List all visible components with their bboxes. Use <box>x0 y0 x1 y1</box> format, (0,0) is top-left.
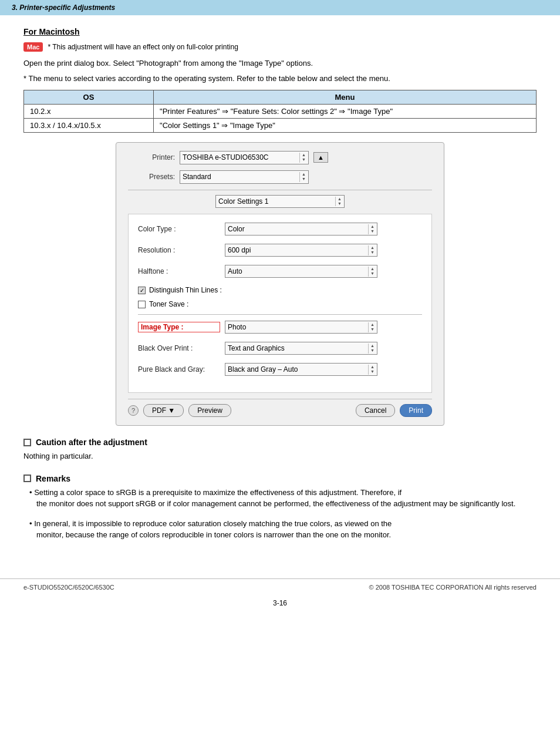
color-settings-row: Color Settings 1 ▲▼ <box>128 195 432 208</box>
presets-label: Presets: <box>128 173 175 181</box>
mac-badge: Mac <box>23 42 43 52</box>
chapter-title: 3. Printer-specific Adjustments <box>12 4 115 12</box>
halftone-label: Halftone : <box>138 267 220 275</box>
remarks-square-icon <box>23 475 31 482</box>
pure-black-row: Pure Black and Gray: Black and Gray – Au… <box>138 363 422 376</box>
remark-indent-1: the monitor does not support sRGB or if … <box>36 499 515 508</box>
for-mac-title: For Macintosh <box>23 27 537 36</box>
pure-black-select[interactable]: Black and Gray – Auto ▲▼ <box>225 363 377 376</box>
preview-button[interactable]: Preview <box>188 404 231 417</box>
dialog-footer: ? PDF ▼ Preview Cancel Print <box>128 399 432 417</box>
color-type-value: Color <box>228 225 366 233</box>
footer-left-text: e-STUDIO5520C/6520C/6530C <box>23 584 114 591</box>
inner-panel: Color Type : Color ▲▼ Resolution : 600 d… <box>128 214 432 393</box>
black-over-print-arrows: ▲▼ <box>368 344 375 354</box>
remarks-section: Remarks • Setting a color space to sRGB … <box>23 474 537 541</box>
toner-save-row: Toner Save : <box>138 300 422 308</box>
para1: Open the print dialog box. Select "Photo… <box>23 58 537 69</box>
image-type-arrows: ▲▼ <box>368 322 375 332</box>
printer-select[interactable]: TOSHIBA e-STUDIO6530C ▲▼ <box>180 151 309 164</box>
printer-label: Printer: <box>128 153 175 161</box>
printer-arrows: ▲▼ <box>299 153 306 163</box>
footer-left: ? PDF ▼ Preview <box>128 404 231 417</box>
table-cell-menu2: "Color Settings 1" ⇒ "Image Type" <box>154 119 537 133</box>
color-settings-select[interactable]: Color Settings 1 ▲▼ <box>215 195 345 208</box>
cancel-button[interactable]: Cancel <box>356 404 395 417</box>
footer-right: Cancel Print <box>356 404 432 417</box>
table-cell-os2: 10.3.x / 10.4.x/10.5.x <box>24 119 154 133</box>
image-type-select[interactable]: Photo ▲▼ <box>225 321 377 334</box>
os-menu-table: OS Menu 10.2.x "Printer Features" ⇒ "Fea… <box>23 90 537 133</box>
remark-item-1: • Setting a color space to sRGB is a pre… <box>29 487 537 510</box>
remarks-list: • Setting a color space to sRGB is a pre… <box>29 487 537 541</box>
image-type-label: Image Type : <box>138 322 220 332</box>
print-button[interactable]: Print <box>400 404 432 417</box>
toner-save-label: Toner Save : <box>149 300 188 308</box>
mac-note-row: Mac * This adjustment will have an effec… <box>23 42 537 52</box>
color-type-row: Color Type : Color ▲▼ <box>138 223 422 235</box>
resolution-arrows: ▲▼ <box>368 245 375 255</box>
remark-text-2: • In general, it is impossible to reprod… <box>29 519 392 528</box>
presets-select[interactable]: Standard ▲▼ <box>180 170 309 184</box>
halftone-select[interactable]: Auto ▲▼ <box>225 265 377 278</box>
expand-button[interactable]: ▲ <box>313 152 328 163</box>
remark-text-1: • Setting a color space to sRGB is a pre… <box>29 488 402 497</box>
mac-note-text: * This adjustment will have an effect on… <box>48 43 238 51</box>
color-settings-arrows: ▲▼ <box>335 197 342 207</box>
pure-black-label: Pure Black and Gray: <box>138 365 220 374</box>
pdf-button[interactable]: PDF ▼ <box>143 404 184 417</box>
distinguish-checkbox[interactable]: ✓ <box>138 287 146 294</box>
footer-bar: e-STUDIO5520C/6520C/6530C © 2008 TOSHIBA… <box>0 578 560 595</box>
footer-right-text: © 2008 TOSHIBA TEC CORPORATION All right… <box>369 584 537 591</box>
color-settings-value: Color Settings 1 <box>218 197 333 206</box>
black-over-print-row: Black Over Print : Text and Graphics ▲▼ <box>138 342 422 355</box>
table-header-menu: Menu <box>154 90 537 105</box>
help-button[interactable]: ? <box>128 405 139 416</box>
resolution-label: Resolution : <box>138 246 220 254</box>
black-over-print-select[interactable]: Text and Graphics ▲▼ <box>225 342 377 355</box>
remarks-heading: Remarks <box>23 474 537 483</box>
black-over-print-label: Black Over Print : <box>138 344 220 352</box>
table-header-os: OS <box>24 90 154 105</box>
image-type-row: Image Type : Photo ▲▼ <box>138 321 422 334</box>
table-row: 10.3.x / 10.4.x/10.5.x "Color Settings 1… <box>24 119 537 133</box>
presets-row: Presets: Standard ▲▼ <box>128 170 432 184</box>
caution-heading: Caution after the adjustment <box>23 438 537 447</box>
toner-save-checkbox[interactable] <box>138 301 146 308</box>
presets-arrows: ▲▼ <box>299 172 306 182</box>
halftone-row: Halftone : Auto ▲▼ <box>138 265 422 278</box>
pure-black-value: Black and Gray – Auto <box>228 365 366 374</box>
table-cell-os1: 10.2.x <box>24 105 154 119</box>
halftone-arrows: ▲▼ <box>368 267 375 277</box>
para2: * The menu to select varies according to… <box>23 73 537 85</box>
caution-square-icon <box>23 439 31 446</box>
top-bar: 3. Printer-specific Adjustments <box>0 0 560 15</box>
page-number: 3-16 <box>0 599 560 607</box>
color-type-arrows: ▲▼ <box>368 224 375 234</box>
image-type-value: Photo <box>228 323 366 331</box>
printer-row: Printer: TOSHIBA e-STUDIO6530C ▲▼ ▲ <box>128 151 432 164</box>
print-dialog: Printer: TOSHIBA e-STUDIO6530C ▲▼ ▲ Pres… <box>116 142 444 426</box>
distinguish-row: ✓ Distinguish Thin Lines : <box>138 286 422 294</box>
halftone-value: Auto <box>228 267 366 275</box>
color-type-select[interactable]: Color ▲▼ <box>225 223 377 235</box>
caution-text: Nothing in particular. <box>23 450 537 462</box>
caution-section: Caution after the adjustment Nothing in … <box>23 438 537 462</box>
table-row: 10.2.x "Printer Features" ⇒ "Feature Set… <box>24 105 537 119</box>
resolution-select[interactable]: 600 dpi ▲▼ <box>225 244 377 257</box>
remark-item-2: • In general, it is impossible to reprod… <box>29 518 537 541</box>
pure-black-arrows: ▲▼ <box>368 365 375 375</box>
resolution-value: 600 dpi <box>228 246 366 254</box>
table-cell-menu1: "Printer Features" ⇒ "Feature Sets: Colo… <box>154 105 537 119</box>
for-mac-section: For Macintosh Mac * This adjustment will… <box>23 27 537 133</box>
black-over-print-value: Text and Graphics <box>228 344 366 352</box>
distinguish-label: Distinguish Thin Lines : <box>149 286 222 294</box>
presets-value: Standard <box>183 173 297 181</box>
color-type-label: Color Type : <box>138 225 220 233</box>
remark-indent-2: monitor, because the range of colors rep… <box>36 530 391 539</box>
resolution-row: Resolution : 600 dpi ▲▼ <box>138 244 422 257</box>
printer-value: TOSHIBA e-STUDIO6530C <box>183 153 297 161</box>
